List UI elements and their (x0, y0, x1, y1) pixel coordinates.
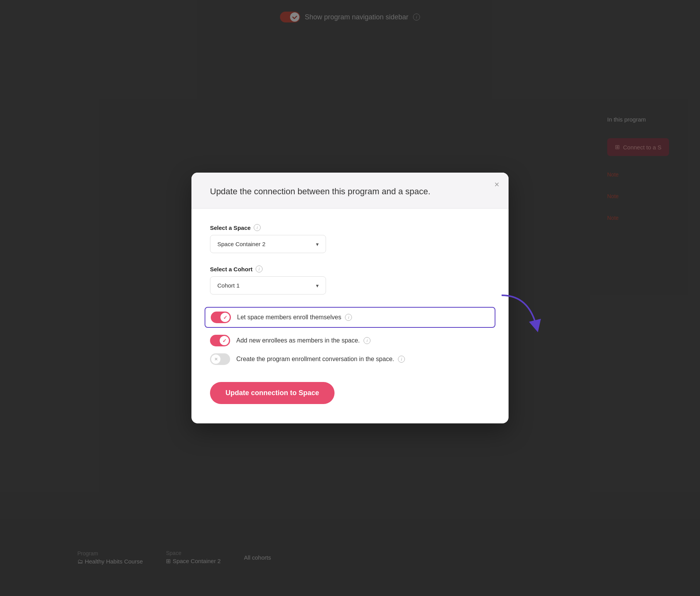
create-enrollment-convo-row: Create the program enrollment conversati… (210, 353, 490, 365)
toggle-track (211, 312, 231, 323)
update-connection-button[interactable]: Update connection to Space (210, 382, 335, 404)
add-new-enrollees-toggle[interactable] (210, 335, 230, 346)
modal-title: Update the connection between this progr… (210, 187, 490, 197)
close-button[interactable]: × (494, 180, 499, 189)
let-space-members-info-icon: i (345, 314, 352, 321)
arrow-annotation (490, 291, 552, 338)
create-enrollment-convo-toggle[interactable] (210, 353, 230, 365)
create-enrollment-convo-info-icon: i (398, 356, 405, 363)
toggle-track-2 (210, 335, 230, 346)
select-cohort-chevron: ▾ (316, 283, 319, 289)
add-new-enrollees-info-icon: i (364, 337, 370, 344)
select-cohort-dropdown[interactable]: Cohort 1 ▾ (210, 276, 326, 295)
add-new-enrollees-label: Add new enrollees as members in the spac… (236, 337, 370, 344)
select-space-label: Select a Space i (210, 224, 490, 231)
select-cohort-info-icon: i (256, 265, 263, 272)
select-space-value: Space Container 2 (217, 241, 265, 247)
select-cohort-group: Select a Cohort i Cohort 1 ▾ (210, 265, 490, 295)
toggle-thumb (220, 313, 230, 322)
select-space-chevron: ▾ (316, 241, 319, 247)
modal: Update the connection between this progr… (191, 173, 509, 423)
let-space-members-label: Let space members enroll themselves i (237, 314, 352, 321)
toggle-thumb-3 (211, 355, 220, 364)
toggle-track-3 (210, 353, 230, 365)
create-enrollment-convo-label: Create the program enrollment conversati… (236, 356, 405, 363)
select-space-group: Select a Space i Space Container 2 ▾ (210, 224, 490, 253)
select-cohort-value: Cohort 1 (217, 282, 240, 289)
let-space-members-row: Let space members enroll themselves i (205, 307, 495, 328)
select-cohort-label: Select a Cohort i (210, 265, 490, 272)
select-space-dropdown[interactable]: Space Container 2 ▾ (210, 235, 326, 253)
add-new-enrollees-row: Add new enrollees as members in the spac… (210, 335, 490, 346)
modal-overlay: Update the connection between this progr… (0, 0, 700, 596)
let-space-members-wrapper: Let space members enroll themselves i (210, 307, 490, 328)
toggle-thumb-2 (220, 336, 229, 345)
modal-body: Select a Space i Space Container 2 ▾ Sel… (191, 209, 509, 423)
select-space-info-icon: i (254, 224, 261, 231)
let-space-members-toggle[interactable] (211, 312, 231, 323)
modal-header: Update the connection between this progr… (191, 173, 509, 209)
toggle-section: Let space members enroll themselves i (210, 307, 490, 365)
